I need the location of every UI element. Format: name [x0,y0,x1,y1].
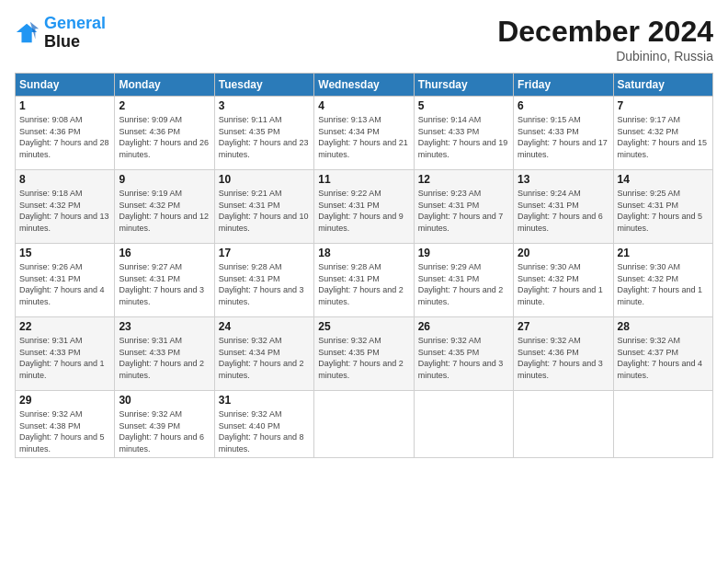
day-number: 16 [119,247,210,259]
day-number: 31 [219,394,310,407]
cell-info: Sunrise: 9:31 AM Sunset: 4:33 PM Dayligh… [119,335,210,381]
day-number: 30 [119,394,210,407]
logo: General Blue [15,15,106,52]
day-number: 28 [618,320,709,333]
cell-info: Sunrise: 9:31 AM Sunset: 4:33 PM Dayligh… [19,335,110,381]
table-cell: 2 Sunrise: 9:09 AM Sunset: 4:36 PM Dayli… [115,97,214,170]
cell-info: Sunrise: 9:32 AM Sunset: 4:35 PM Dayligh… [318,335,409,381]
day-number: 19 [418,247,509,259]
day-number: 27 [518,320,609,333]
day-number: 3 [219,99,310,112]
col-tuesday: Tuesday [214,74,313,97]
table-cell: 1 Sunrise: 9:08 AM Sunset: 4:36 PM Dayli… [16,97,115,170]
cell-info: Sunrise: 9:29 AM Sunset: 4:31 PM Dayligh… [418,261,509,307]
table-cell: 9 Sunrise: 9:19 AM Sunset: 4:32 PM Dayli… [115,170,214,244]
day-number: 13 [518,173,609,186]
cell-info: Sunrise: 9:09 AM Sunset: 4:36 PM Dayligh… [119,114,210,160]
month-title: December 2024 [497,15,713,49]
cell-info: Sunrise: 9:27 AM Sunset: 4:31 PM Dayligh… [119,261,210,307]
day-number: 11 [318,173,409,186]
day-number: 20 [518,247,609,259]
header-row: Sunday Monday Tuesday Wednesday Thursday… [16,74,713,97]
title-block: December 2024 Dubinino, Russia [497,15,713,63]
day-number: 7 [618,99,709,112]
table-cell: 11 Sunrise: 9:22 AM Sunset: 4:31 PM Dayl… [314,170,414,244]
table-cell: 23 Sunrise: 9:31 AM Sunset: 4:33 PM Dayl… [115,317,214,391]
cell-info: Sunrise: 9:14 AM Sunset: 4:33 PM Dayligh… [418,114,509,160]
table-cell: 5 Sunrise: 9:14 AM Sunset: 4:33 PM Dayli… [414,97,513,170]
cell-info: Sunrise: 9:19 AM Sunset: 4:32 PM Dayligh… [119,188,210,234]
table-cell [314,391,414,458]
cell-info: Sunrise: 9:17 AM Sunset: 4:32 PM Dayligh… [618,114,709,160]
day-number: 2 [119,99,210,112]
table-cell [613,391,712,458]
cell-info: Sunrise: 9:32 AM Sunset: 4:40 PM Dayligh… [219,408,310,454]
day-number: 1 [19,99,110,112]
logo-text: General Blue [44,15,106,52]
cell-info: Sunrise: 9:22 AM Sunset: 4:31 PM Dayligh… [318,188,409,234]
table-cell: 18 Sunrise: 9:28 AM Sunset: 4:31 PM Dayl… [314,244,414,317]
day-number: 18 [318,247,409,259]
cell-info: Sunrise: 9:32 AM Sunset: 4:37 PM Dayligh… [618,335,709,381]
table-cell: 27 Sunrise: 9:32 AM Sunset: 4:36 PM Dayl… [514,317,613,391]
table-cell [514,391,613,458]
table-cell: 31 Sunrise: 9:32 AM Sunset: 4:40 PM Dayl… [214,391,313,458]
day-number: 5 [418,99,509,112]
day-number: 8 [19,173,110,186]
table-cell: 10 Sunrise: 9:21 AM Sunset: 4:31 PM Dayl… [214,170,313,244]
cell-info: Sunrise: 9:32 AM Sunset: 4:36 PM Dayligh… [518,335,609,381]
table-cell: 24 Sunrise: 9:32 AM Sunset: 4:34 PM Dayl… [214,317,313,391]
header: General Blue December 2024 Dubinino, Rus… [15,15,713,63]
table-cell: 16 Sunrise: 9:27 AM Sunset: 4:31 PM Dayl… [115,244,214,317]
table-cell: 19 Sunrise: 9:29 AM Sunset: 4:31 PM Dayl… [414,244,513,317]
table-cell: 6 Sunrise: 9:15 AM Sunset: 4:33 PM Dayli… [514,97,613,170]
day-number: 10 [219,173,310,186]
table-cell: 8 Sunrise: 9:18 AM Sunset: 4:32 PM Dayli… [16,170,115,244]
cell-info: Sunrise: 9:08 AM Sunset: 4:36 PM Dayligh… [19,114,110,160]
table-cell: 3 Sunrise: 9:11 AM Sunset: 4:35 PM Dayli… [214,97,313,170]
cell-info: Sunrise: 9:11 AM Sunset: 4:35 PM Dayligh… [219,114,310,160]
table-cell: 29 Sunrise: 9:32 AM Sunset: 4:38 PM Dayl… [16,391,115,458]
calendar-table: Sunday Monday Tuesday Wednesday Thursday… [15,73,713,458]
table-cell: 28 Sunrise: 9:32 AM Sunset: 4:37 PM Dayl… [613,317,712,391]
day-number: 12 [418,173,509,186]
logo-icon [15,20,40,46]
table-cell [414,391,513,458]
table-cell: 13 Sunrise: 9:24 AM Sunset: 4:31 PM Dayl… [514,170,613,244]
cell-info: Sunrise: 9:32 AM Sunset: 4:34 PM Dayligh… [219,335,310,381]
cell-info: Sunrise: 9:28 AM Sunset: 4:31 PM Dayligh… [318,261,409,307]
col-saturday: Saturday [613,74,712,97]
col-sunday: Sunday [16,74,115,97]
day-number: 4 [318,99,409,112]
day-number: 26 [418,320,509,333]
table-cell: 22 Sunrise: 9:31 AM Sunset: 4:33 PM Dayl… [16,317,115,391]
day-number: 23 [119,320,210,333]
cell-info: Sunrise: 9:26 AM Sunset: 4:31 PM Dayligh… [19,261,110,307]
table-cell: 4 Sunrise: 9:13 AM Sunset: 4:34 PM Dayli… [314,97,414,170]
cell-info: Sunrise: 9:23 AM Sunset: 4:31 PM Dayligh… [418,188,509,234]
table-cell: 12 Sunrise: 9:23 AM Sunset: 4:31 PM Dayl… [414,170,513,244]
cell-info: Sunrise: 9:30 AM Sunset: 4:32 PM Dayligh… [618,261,709,307]
cell-info: Sunrise: 9:25 AM Sunset: 4:31 PM Dayligh… [618,188,709,234]
col-monday: Monday [115,74,214,97]
day-number: 9 [119,173,210,186]
cell-info: Sunrise: 9:13 AM Sunset: 4:34 PM Dayligh… [318,114,409,160]
day-number: 6 [518,99,609,112]
cell-info: Sunrise: 9:18 AM Sunset: 4:32 PM Dayligh… [19,188,110,234]
table-cell: 20 Sunrise: 9:30 AM Sunset: 4:32 PM Dayl… [514,244,613,317]
table-cell: 26 Sunrise: 9:32 AM Sunset: 4:35 PM Dayl… [414,317,513,391]
table-cell: 25 Sunrise: 9:32 AM Sunset: 4:35 PM Dayl… [314,317,414,391]
day-number: 21 [618,247,709,259]
table-cell: 14 Sunrise: 9:25 AM Sunset: 4:31 PM Dayl… [613,170,712,244]
cell-info: Sunrise: 9:21 AM Sunset: 4:31 PM Dayligh… [219,188,310,234]
table-cell: 17 Sunrise: 9:28 AM Sunset: 4:31 PM Dayl… [214,244,313,317]
day-number: 25 [318,320,409,333]
cell-info: Sunrise: 9:24 AM Sunset: 4:31 PM Dayligh… [518,188,609,234]
day-number: 14 [618,173,709,186]
day-number: 15 [19,247,110,259]
table-cell: 7 Sunrise: 9:17 AM Sunset: 4:32 PM Dayli… [613,97,712,170]
location-subtitle: Dubinino, Russia [497,49,713,63]
day-number: 29 [19,394,110,407]
cell-info: Sunrise: 9:15 AM Sunset: 4:33 PM Dayligh… [518,114,609,160]
cell-info: Sunrise: 9:32 AM Sunset: 4:35 PM Dayligh… [418,335,509,381]
